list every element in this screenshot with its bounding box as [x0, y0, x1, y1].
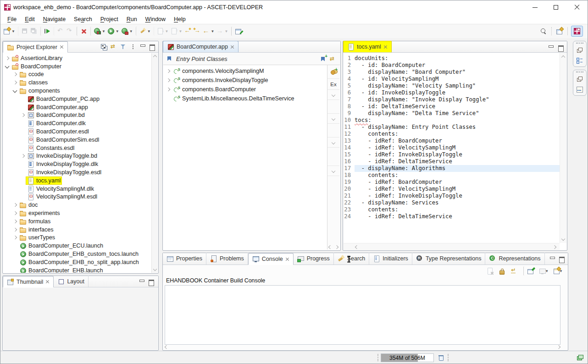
drag-handle[interactable]: [576, 43, 583, 44]
entry-point-row[interactable]: components.BoardComputer: [163, 85, 340, 94]
open-perspective-button[interactable]: [555, 27, 564, 36]
toolbar-button[interactable]: ▼: [106, 27, 120, 36]
sync-entry-points-icon[interactable]: [330, 55, 337, 63]
palette-drawer[interactable]: [327, 166, 339, 176]
drag-handle[interactable]: [448, 354, 449, 361]
toolbar-button[interactable]: ▼: [201, 27, 215, 36]
tree-row[interactable]: BoardComputer.bd: [3, 111, 151, 120]
scroll-left-icon[interactable]: [165, 345, 168, 349]
maximize-view-button[interactable]: [558, 255, 566, 263]
bottom-tab[interactable]: Initializers: [369, 253, 412, 265]
dropdown-arrow-icon[interactable]: ▼: [179, 29, 183, 33]
ascet-perspective-button[interactable]: [571, 26, 583, 37]
bottom-tab[interactable]: Representations: [485, 253, 544, 265]
tab-boardcomputer-app[interactable]: BoardComputer.app: [163, 41, 239, 52]
scroll-right-icon[interactable]: [553, 245, 556, 249]
bottom-tab[interactable]: Problems: [206, 253, 248, 265]
toolbar-button[interactable]: [40, 27, 52, 36]
close-icon[interactable]: [45, 280, 50, 284]
dropdown-arrow-icon[interactable]: ▼: [11, 29, 15, 33]
palette-drawer[interactable]: [327, 124, 339, 138]
dropdown-arrow-icon[interactable]: ▼: [129, 29, 133, 33]
tree-row[interactable]: doc: [3, 201, 151, 209]
run-garbage-collector-button[interactable]: [436, 353, 446, 362]
minimize-button[interactable]: [524, 0, 545, 14]
expander-icon[interactable]: [20, 136, 26, 143]
palette-drawer[interactable]: [327, 100, 339, 114]
dropdown-arrow-icon[interactable]: ▼: [224, 29, 228, 33]
bottom-tab[interactable]: Type Representations: [412, 253, 486, 265]
console-toolbar-button[interactable]: ▼: [538, 266, 549, 276]
tree-row[interactable]: experiments: [3, 209, 151, 217]
close-icon[interactable]: [383, 45, 388, 49]
tab-tocs-yaml[interactable]: tocs.yaml: [343, 41, 392, 52]
palette-group-label[interactable]: Ex: [327, 79, 339, 90]
expander-icon[interactable]: [20, 128, 26, 135]
expander-icon[interactable]: [4, 55, 10, 62]
minimize-view-button[interactable]: [138, 278, 146, 286]
toolbar-button[interactable]: [231, 27, 243, 36]
entry-point-row[interactable]: components.VelocitySamplingM: [163, 66, 340, 76]
toolbar-button[interactable]: ▼: [215, 27, 229, 36]
tree-row[interactable]: BoardComputer: [3, 62, 151, 71]
tree-row[interactable]: BoardComputer_EHB_custom_tocs.launch: [3, 250, 151, 258]
toolbar-button[interactable]: [77, 27, 89, 36]
tree-row[interactable]: InvokeDisplayToggle.esdl: [3, 168, 151, 176]
bottom-tab[interactable]: Search: [334, 253, 370, 265]
expander-icon[interactable]: [165, 95, 171, 102]
menu-item[interactable]: File: [3, 15, 21, 23]
view-toolbar-button[interactable]: [139, 43, 147, 51]
expander-icon[interactable]: [12, 267, 18, 273]
console-toolbar-button[interactable]: [523, 266, 535, 276]
close-button[interactable]: [566, 0, 588, 14]
maximize-view-button[interactable]: [557, 44, 565, 52]
tab[interactable]: Layout: [54, 276, 89, 287]
maximize-button[interactable]: [545, 0, 566, 14]
bottom-tab[interactable]: Console: [248, 253, 294, 265]
palette-scroll[interactable]: [327, 246, 339, 248]
expander-icon[interactable]: [20, 144, 26, 152]
entry-point-row[interactable]: SystemLib.Miscellaneous.DeltaTimeService: [163, 94, 340, 103]
expander-icon[interactable]: [165, 67, 171, 75]
expander-icon[interactable]: [12, 210, 18, 217]
bottom-tab[interactable]: Properties: [163, 253, 206, 265]
tree-row[interactable]: AssertionLibrary: [3, 54, 151, 62]
palette-drawer[interactable]: [327, 138, 339, 148]
tree-row[interactable]: Constants.esdl: [3, 144, 151, 152]
menu-item[interactable]: Project: [96, 15, 122, 23]
dropdown-arrow-icon[interactable]: ▼: [147, 29, 151, 33]
toolbar-button[interactable]: ▼: [120, 27, 134, 36]
tab-project-explorer[interactable]: Project Explorer: [3, 41, 68, 53]
scroll-right-icon[interactable]: [335, 245, 338, 249]
console-toolbar-button[interactable]: [485, 266, 494, 276]
toolbar-button[interactable]: ▼: [136, 27, 152, 36]
menu-item[interactable]: Window: [141, 15, 170, 23]
editor-vertical-scrollbar[interactable]: [560, 53, 566, 243]
palette-add-button[interactable]: [327, 65, 339, 79]
expander-icon[interactable]: [20, 95, 26, 103]
restore-view-icon[interactable]: [576, 47, 583, 54]
tree-row[interactable]: InvokeDisplayToggle.dlk: [3, 160, 151, 168]
tree-row[interactable]: VelocitySamplingM.esdl: [3, 193, 151, 201]
scroll-left-icon[interactable]: [328, 245, 332, 249]
dropdown-arrow-icon[interactable]: ▼: [102, 29, 105, 33]
scroll-up-icon[interactable]: [561, 55, 565, 59]
expander-icon[interactable]: [165, 86, 171, 93]
tree-row[interactable]: classes: [3, 78, 151, 87]
scroll-down-icon[interactable]: [561, 237, 565, 241]
minimize-view-button[interactable]: [548, 255, 556, 263]
add-entry-point-icon[interactable]: [320, 55, 327, 63]
menu-item[interactable]: Navigate: [39, 15, 70, 23]
expander-icon[interactable]: [12, 242, 18, 249]
tree-row[interactable]: BoardComputer_ECU.launch: [3, 242, 151, 250]
expander-icon[interactable]: [20, 111, 26, 119]
expander-icon[interactable]: [12, 250, 18, 258]
toolbar-button[interactable]: [54, 27, 65, 36]
expander-icon[interactable]: [20, 104, 26, 111]
expander-icon[interactable]: [12, 87, 18, 94]
scroll-right-icon[interactable]: [557, 345, 560, 349]
menu-item[interactable]: Run: [122, 15, 141, 23]
expander-icon[interactable]: [12, 259, 18, 266]
drag-handle[interactable]: [576, 72, 583, 73]
toolbar-button[interactable]: ▼: [90, 27, 106, 36]
